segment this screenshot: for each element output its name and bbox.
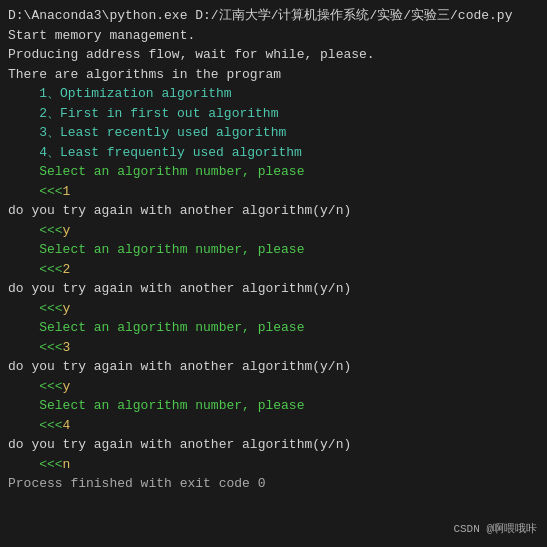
terminal-line: 4、Least frequently used algorithm (8, 143, 539, 163)
terminal-line: Process finished with exit code 0 (8, 474, 539, 494)
terminal-text: do you try again with another algorithm(… (8, 281, 351, 296)
terminal-text: 3 (63, 340, 71, 355)
terminal-text: y (63, 301, 71, 316)
terminal-line: <<<y (8, 299, 539, 319)
terminal-text: Producing address flow, wait for while, … (8, 47, 375, 62)
terminal-text: do you try again with another algorithm(… (8, 203, 351, 218)
terminal-text: <<< (8, 262, 63, 277)
terminal-text: do you try again with another algorithm(… (8, 359, 351, 374)
terminal-text: Select an algorithm number, please (8, 164, 304, 179)
terminal-line: do you try again with another algorithm(… (8, 201, 539, 221)
watermark: CSDN @啊喂哦咔 (453, 521, 537, 538)
terminal-line: Select an algorithm number, please (8, 162, 539, 182)
terminal-line: Select an algorithm number, please (8, 396, 539, 416)
terminal-line: D:\Anaconda3\python.exe D:/江南大学/计算机操作系统/… (8, 6, 539, 26)
terminal-line: Producing address flow, wait for while, … (8, 45, 539, 65)
terminal-text: 4 (63, 418, 71, 433)
terminal-text: <<< (8, 457, 63, 472)
terminal-text: D:\Anaconda3\python.exe D:/江南大学/计算机操作系统/… (8, 8, 512, 23)
terminal-line: Select an algorithm number, please (8, 240, 539, 260)
terminal-line: There are algorithms in the program (8, 65, 539, 85)
terminal-line: <<<y (8, 221, 539, 241)
terminal-line: Start memory management. (8, 26, 539, 46)
terminal-text: <<< (8, 418, 63, 433)
terminal-line: <<<1 (8, 182, 539, 202)
terminal-line: <<<3 (8, 338, 539, 358)
terminal-text: <<< (8, 379, 63, 394)
terminal-line: <<<2 (8, 260, 539, 280)
terminal-text: y (63, 379, 71, 394)
terminal-text: <<< (8, 184, 63, 199)
terminal-line: <<<4 (8, 416, 539, 436)
terminal-text: 1、Optimization algorithm (8, 86, 232, 101)
terminal-text: Select an algorithm number, please (8, 242, 304, 257)
terminal-text: n (63, 457, 71, 472)
terminal-text: 3、Least recently used algorithm (8, 125, 286, 140)
terminal-text: y (63, 223, 71, 238)
terminal-line: 1、Optimization algorithm (8, 84, 539, 104)
terminal-text: 2、First in first out algorithm (8, 106, 278, 121)
terminal-text: Select an algorithm number, please (8, 320, 304, 335)
terminal-text: Select an algorithm number, please (8, 398, 304, 413)
terminal-window: D:\Anaconda3\python.exe D:/江南大学/计算机操作系统/… (0, 0, 547, 547)
terminal-text: 4、Least frequently used algorithm (8, 145, 302, 160)
terminal-text: 2 (63, 262, 71, 277)
terminal-text: <<< (8, 340, 63, 355)
terminal-line: 2、First in first out algorithm (8, 104, 539, 124)
terminal-text: Start memory management. (8, 28, 195, 43)
terminal-line: <<<n (8, 455, 539, 475)
terminal-line: 3、Least recently used algorithm (8, 123, 539, 143)
terminal-text: 1 (63, 184, 71, 199)
terminal-line: do you try again with another algorithm(… (8, 357, 539, 377)
terminal-line: do you try again with another algorithm(… (8, 435, 539, 455)
terminal-text: <<< (8, 301, 63, 316)
terminal-text: There are algorithms in the program (8, 67, 281, 82)
terminal-text: Process finished with exit code 0 (8, 476, 265, 491)
terminal-text: <<< (8, 223, 63, 238)
terminal-text: do you try again with another algorithm(… (8, 437, 351, 452)
terminal-line: do you try again with another algorithm(… (8, 279, 539, 299)
terminal-line: <<<y (8, 377, 539, 397)
terminal-line: Select an algorithm number, please (8, 318, 539, 338)
